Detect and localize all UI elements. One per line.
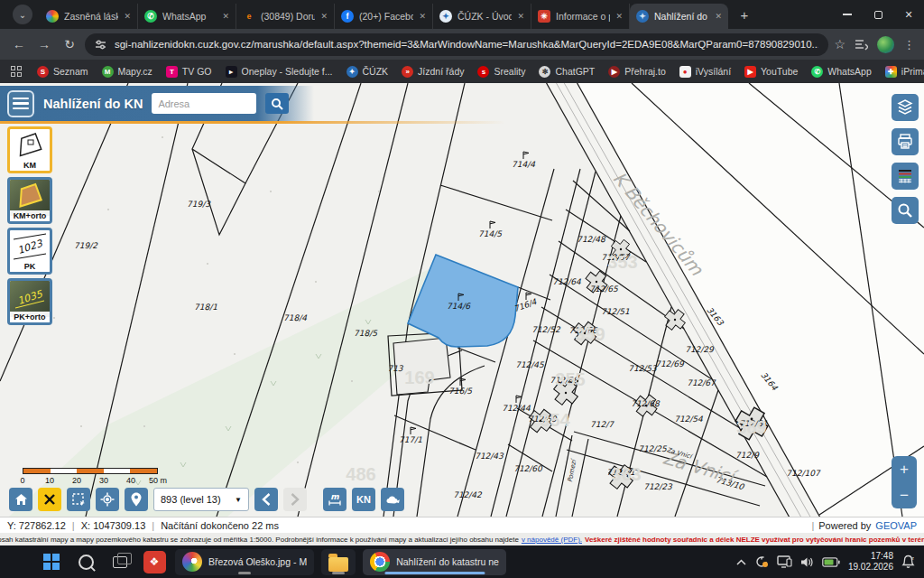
back-icon[interactable]: ←	[9, 37, 29, 51]
bookmark-label: Seznam	[53, 66, 88, 77]
layer-button-km-orto[interactable]: KM+orto	[7, 177, 52, 224]
layer-button-pk[interactable]: 1023PK	[7, 228, 52, 275]
home-button[interactable]	[9, 488, 32, 511]
tab-search-chevron-icon[interactable]: ⌄	[13, 5, 32, 24]
geovap-link[interactable]: GEOVAP	[875, 520, 917, 531]
legend-icon[interactable]	[892, 163, 919, 190]
bookmark-item[interactable]: ✦ČÚZK	[346, 66, 389, 78]
tab-close-icon[interactable]: ✕	[124, 12, 131, 21]
browser-tab[interactable]: e(30849) Doručená✕	[236, 4, 335, 29]
taskbar-search-icon[interactable]	[72, 548, 99, 575]
bookmark-favicon: T	[166, 66, 178, 78]
tab-close-icon[interactable]: ✕	[320, 12, 328, 21]
red-app-icon[interactable]: ❖	[141, 548, 168, 575]
bookmark-item[interactable]: ✻ChatGPT	[539, 66, 595, 78]
forward-icon[interactable]: →	[34, 37, 54, 51]
task-view-icon[interactable]	[106, 548, 134, 575]
tab-close-icon[interactable]: ✕	[419, 12, 426, 21]
zoom-out-button[interactable]: −	[892, 482, 917, 508]
running-indicator	[384, 572, 485, 574]
browser-tab[interactable]: ✳Informace o pozemku✕	[531, 4, 630, 29]
battery-icon[interactable]	[822, 557, 840, 567]
print-icon[interactable]	[892, 128, 919, 155]
bookmark-item[interactable]: MMapy.cz	[102, 66, 152, 78]
bookmark-label: Jízdní řády	[418, 66, 464, 77]
cadastral-map[interactable]: 719/3719/2718/1718/4718/5714/4714/5714/6…	[0, 83, 924, 517]
display-icon[interactable]	[777, 555, 792, 568]
url-text: sgi-nahlizenidokn.cuzk.gov.cz/marushka/d…	[115, 39, 818, 50]
measure-button[interactable]: m	[323, 488, 346, 511]
notification-bell-icon[interactable]: z	[901, 555, 915, 569]
gps-locate-button[interactable]	[96, 488, 119, 511]
minimize-button[interactable]	[832, 0, 863, 29]
reload-icon[interactable]: ↻	[60, 37, 79, 51]
start-button[interactable]	[38, 548, 65, 575]
explorer-icon	[328, 557, 348, 572]
taskbar-app-chrome[interactable]: Nahlížení do katastru ne	[363, 549, 506, 575]
bookmark-item[interactable]: SSeznam	[37, 66, 88, 78]
tab-close-icon[interactable]: ✕	[715, 12, 722, 21]
bookmark-item[interactable]: ✚iPrima	[885, 66, 924, 78]
tab-close-icon[interactable]: ✕	[615, 12, 623, 21]
clear-selection-button[interactable]	[38, 488, 61, 511]
site-settings-icon[interactable]	[95, 39, 106, 51]
layer-label: PK+orto	[10, 312, 50, 322]
hamburger-menu-icon[interactable]	[7, 90, 34, 117]
tab-close-icon[interactable]: ✕	[517, 12, 524, 21]
onedrive-sync-icon[interactable]	[754, 555, 769, 569]
kn-info-button[interactable]: KN	[352, 488, 375, 511]
search-icon	[271, 98, 283, 110]
history-back-button[interactable]	[254, 488, 278, 511]
svg-text:z: z	[911, 555, 914, 561]
browser-tab[interactable]: f(20+) Facebook✕	[335, 4, 433, 29]
close-button[interactable]: ✕	[893, 0, 924, 29]
bookmark-item[interactable]: »Jízdní řády	[402, 66, 464, 78]
layer-label: KM	[10, 160, 50, 171]
search-button[interactable]	[265, 93, 289, 114]
place-pin-button[interactable]	[125, 488, 148, 511]
taskbar-app-paint[interactable]: Březová Oleško.jpg - M	[175, 549, 314, 575]
browser-tab[interactable]: ✆WhatsApp✕	[138, 4, 236, 29]
bookmark-item[interactable]: ✆WhatsApp	[811, 66, 871, 78]
bookmark-item[interactable]: ●iVysílání	[679, 66, 731, 78]
bookmark-item[interactable]: TTV GO	[166, 66, 212, 78]
taskbar-clock[interactable]: 17:48 19.02.2026	[848, 551, 893, 573]
bookmarks-list: SSeznamMMapy.czTTV GO▸Oneplay - Sledujte…	[37, 66, 924, 78]
caret-down-icon: ▼	[235, 496, 242, 504]
restore-button[interactable]	[863, 0, 893, 29]
tray-chevron-icon[interactable]	[736, 559, 746, 565]
zoom-in-button[interactable]: +	[892, 456, 917, 482]
taskbar-app-explorer[interactable]	[321, 549, 356, 575]
bookmark-star-icon[interactable]: ☆	[834, 37, 845, 51]
browser-tab[interactable]: Zasněná láska✕	[40, 4, 138, 29]
bookmark-item[interactable]: ▶YouTube	[744, 66, 798, 78]
address-search-input[interactable]	[152, 93, 256, 114]
bookmark-item[interactable]: sSreality	[477, 66, 525, 78]
level-select[interactable]: 893 (level 13) ▼	[153, 488, 249, 511]
omnibox[interactable]: sgi-nahlizenidokn.cuzk.gov.cz/marushka/d…	[85, 33, 828, 56]
pan-button[interactable]	[381, 488, 404, 511]
reading-list-icon[interactable]	[855, 39, 868, 51]
bookmark-item[interactable]: ▶Přehraj.to	[608, 66, 666, 78]
parcel-label: 714/4	[512, 160, 535, 169]
browser-tab[interactable]: ✦ČÚZK - Úvod✕	[433, 4, 531, 29]
apps-grid-icon[interactable]	[11, 66, 22, 77]
tab-close-icon[interactable]: ✕	[222, 12, 229, 21]
select-area-button[interactable]	[67, 488, 90, 511]
history-forward-button[interactable]	[283, 488, 307, 511]
zoom-search-icon[interactable]	[892, 197, 919, 224]
profile-avatar[interactable]	[877, 36, 894, 53]
help-pdf-link[interactable]: v nápovědě (PDF).	[522, 536, 582, 544]
menu-kebab-icon[interactable]: ⋮	[903, 38, 915, 51]
bookmark-label: ChatGPT	[555, 66, 595, 77]
layers-icon[interactable]	[892, 94, 919, 121]
bookmark-item[interactable]: ▸Oneplay - Sledujte f...	[226, 66, 333, 78]
new-tab-button[interactable]: +	[734, 4, 755, 25]
layer-button-pk-orto[interactable]: 1035PK+orto	[7, 278, 52, 325]
speaker-icon[interactable]	[800, 556, 814, 568]
parcel-label: 719/2	[74, 241, 98, 250]
tray-time: 17:48	[848, 551, 893, 562]
layer-button-km[interactable]: KM	[7, 126, 52, 173]
parcel-label: 712/45	[515, 360, 545, 369]
browser-tab[interactable]: ✦Nahlížení do katastru✕	[630, 4, 728, 29]
